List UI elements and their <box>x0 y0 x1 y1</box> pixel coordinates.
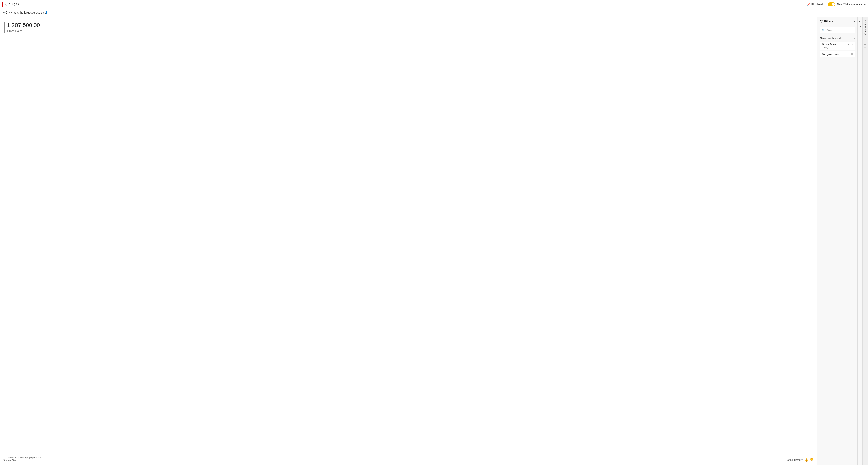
filters-section: Filters on this visual ··· Gross Sales ∨… <box>817 35 857 60</box>
side-tabs: Visualizations Fields <box>862 17 868 465</box>
pin-label: Pin visual <box>811 3 823 6</box>
toggle-switch[interactable] <box>828 2 835 6</box>
tab-fields[interactable]: Fields <box>863 38 868 51</box>
arrow-right-icon <box>859 25 861 27</box>
filter-icon: ▽ <box>820 19 823 23</box>
filter-expand-icon[interactable]: ∨ <box>848 43 850 46</box>
visual-area: 1,207,500.00 Gross Sales This visual is … <box>0 17 817 465</box>
filter-card-icons: ∨ ◇ <box>848 43 853 46</box>
tab-visualizations[interactable]: Visualizations <box>863 17 868 38</box>
filters-on-visual-label: Filters on this visual <box>820 37 841 40</box>
collapse-right-button[interactable] <box>858 24 862 28</box>
note-line1: This visual is showing top gross sale <box>3 456 42 459</box>
value-display: 1,207,500.00 Gross Sales <box>4 22 813 33</box>
pin-visual-button[interactable]: 📌 Pin visual <box>804 2 826 7</box>
is-useful-label: Is this useful? <box>787 458 803 461</box>
top-bar: Exit Q&A 📌 Pin visual New Q&A experience… <box>0 0 868 9</box>
gross-sales-filter-card[interactable]: Gross Sales ∨ ◇ is (All) <box>820 42 855 50</box>
note-line2: Source: Test <box>3 459 42 462</box>
arrow-left-icon <box>859 20 861 22</box>
search-icon: 🔍 <box>822 29 825 32</box>
top-filter-tag[interactable]: Top gross sale ✕ <box>820 51 855 57</box>
text-cursor <box>46 11 47 14</box>
main-content: 1,207,500.00 Gross Sales This visual is … <box>0 17 868 465</box>
chevron-left-icon <box>5 3 8 6</box>
top-filter-label: Top gross sale <box>822 53 839 56</box>
query-prefix: What is the largest <box>9 11 33 14</box>
filters-header: ▽ Filters <box>817 17 857 25</box>
filter-card-name: Gross Sales <box>822 43 836 46</box>
qna-bar[interactable]: 💬 What is the largest gross sale <box>0 9 868 17</box>
exit-qna-button[interactable]: Exit Q&A <box>2 2 22 7</box>
collapse-arrows <box>858 17 862 465</box>
filters-title: ▽ Filters <box>820 19 833 23</box>
chat-icon: 💬 <box>3 11 7 15</box>
is-useful: Is this useful? 👍 👎 <box>787 458 814 462</box>
filters-collapse-button[interactable] <box>853 20 855 22</box>
qna-query-text: What is the largest gross sale <box>9 11 47 14</box>
query-underlined: gross sale <box>33 11 46 14</box>
filters-on-visual-header: Filters on this visual ··· <box>820 37 855 40</box>
value-number: 1,207,500.00 <box>7 22 813 29</box>
thumbs-up-icon[interactable]: 👍 <box>804 458 808 462</box>
top-filter-close-icon[interactable]: ✕ <box>850 53 853 56</box>
collapse-left-button[interactable] <box>858 19 862 23</box>
toggle-group: New Q&A experience on <box>828 2 866 6</box>
value-label: Gross Sales <box>7 29 813 33</box>
filter-search-box[interactable]: 🔍 Search <box>820 27 855 33</box>
chevron-right-icon <box>852 20 855 22</box>
toggle-label: New Q&A experience on <box>837 3 866 6</box>
filter-card-value: is (All) <box>822 46 853 48</box>
filter-clear-icon[interactable]: ◇ <box>851 43 853 46</box>
filters-title-label: Filters <box>824 20 833 23</box>
pin-icon: 📌 <box>807 3 810 6</box>
exit-label: Exit Q&A <box>8 3 19 6</box>
thumbs-down-icon[interactable]: 👎 <box>810 458 814 462</box>
bottom-note: This visual is showing top gross sale So… <box>3 456 42 462</box>
filter-card-header: Gross Sales ∨ ◇ <box>822 43 853 46</box>
filters-panel: ▽ Filters 🔍 Search Filters on this visua… <box>817 17 858 465</box>
search-placeholder: Search <box>827 29 835 32</box>
filters-menu-button[interactable]: ··· <box>852 37 855 40</box>
